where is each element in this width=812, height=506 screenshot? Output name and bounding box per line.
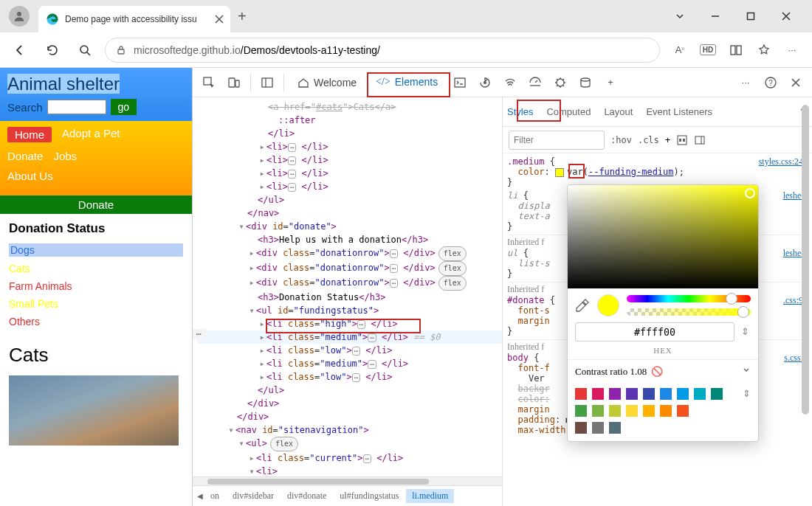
network-icon[interactable]	[498, 71, 522, 94]
dom-horizontal-scrollbar[interactable]	[193, 476, 502, 485]
styles-tab-events[interactable]: Event Listeners	[646, 106, 712, 117]
palette-swatch[interactable]	[575, 405, 587, 417]
browser-tab[interactable]: Demo page with accessibility issu	[38, 6, 230, 32]
palette-swatch[interactable]	[660, 388, 672, 400]
search-input[interactable]	[47, 100, 106, 114]
svg-point-18	[581, 78, 590, 81]
more-tabs-icon[interactable]: +	[599, 71, 622, 94]
palette-swatch[interactable]	[643, 388, 655, 400]
contrast-chevron-icon[interactable]	[742, 366, 751, 378]
hex-input[interactable]	[575, 322, 734, 342]
palette-swatch[interactable]	[643, 405, 655, 417]
palette-swatch[interactable]	[575, 388, 587, 400]
performance-icon[interactable]	[523, 71, 547, 94]
styles-tab-computed[interactable]: Computed	[546, 106, 591, 117]
alpha-slider[interactable]	[627, 308, 751, 316]
refresh-button[interactable]	[40, 38, 65, 63]
hue-knob[interactable]	[726, 293, 737, 305]
ds-cats[interactable]: Cats	[9, 263, 183, 274]
ds-farm[interactable]: Farm Animals	[9, 280, 183, 292]
cats-heading: Cats	[0, 335, 192, 375]
flex-overlay-icon[interactable]	[676, 134, 688, 146]
window-minimize-icon[interactable]	[703, 5, 728, 27]
palette-swatch[interactable]	[626, 388, 638, 400]
dock-icon[interactable]	[255, 71, 279, 94]
search-go-button[interactable]: go	[111, 99, 137, 115]
menu-icon[interactable]: ···	[780, 38, 805, 63]
nav-jobs[interactable]: Jobs	[53, 150, 77, 162]
palette-swatch[interactable]	[694, 388, 706, 400]
back-button[interactable]	[7, 38, 32, 63]
application-icon[interactable]	[574, 71, 597, 94]
saturation-value-area[interactable]	[568, 185, 758, 288]
styles-tab-layout[interactable]: Layout	[604, 106, 633, 117]
dom-tree[interactable]: <a href="#cats">Cats</a> ::after </li> ▸…	[193, 97, 503, 506]
computed-toggle-icon[interactable]	[694, 134, 706, 146]
sv-handle[interactable]	[745, 188, 755, 198]
read-aloud-icon[interactable]: A⁾⁾	[667, 38, 692, 63]
color-swatch[interactable]	[555, 168, 564, 177]
new-tab-button[interactable]: +	[238, 8, 247, 25]
page-viewport: Animal shelter Search go Home Adopt a Pe…	[0, 68, 192, 506]
styles-vertical-scrollbar[interactable]	[800, 102, 811, 471]
devtools-menu-icon[interactable]: ···	[734, 71, 757, 94]
dom-breadcrumb[interactable]: ◀ on div#sidebar div#donate ul#fundingst…	[193, 485, 502, 506]
palette-swatch[interactable]	[660, 405, 672, 417]
donate-button[interactable]: Donate	[0, 195, 192, 214]
devtools-toolbar: Welcome </> Elements + ··· ?	[193, 68, 812, 97]
cls-toggle[interactable]: .cls	[638, 135, 659, 145]
nav-donate[interactable]: Donate	[7, 150, 43, 162]
palette-stepper[interactable]: ⇕	[743, 388, 751, 400]
eyedropper-icon[interactable]	[575, 298, 590, 313]
tab-welcome[interactable]: Welcome	[289, 68, 365, 97]
palette-swatch[interactable]	[609, 422, 621, 434]
styles-filter-input[interactable]	[509, 131, 605, 150]
close-tab-icon[interactable]	[214, 14, 224, 24]
palette-swatch[interactable]	[592, 388, 604, 400]
palette-swatch[interactable]	[677, 405, 689, 417]
palette-swatch[interactable]	[711, 388, 723, 400]
address-bar[interactable]: microsoftedge.github.io/Demos/devtools-a…	[105, 38, 660, 63]
format-stepper[interactable]: ⇕	[739, 326, 751, 338]
tab-title: Demo page with accessibility issu	[65, 14, 208, 24]
palette-swatch[interactable]	[609, 388, 621, 400]
ds-small[interactable]: Small Pets	[9, 298, 183, 310]
help-icon[interactable]: ?	[759, 71, 782, 94]
nav-about[interactable]: About Us	[7, 170, 53, 182]
memory-icon[interactable]	[548, 71, 572, 94]
sources-icon[interactable]	[473, 71, 497, 94]
tab-actions-chevron-icon[interactable]	[667, 5, 692, 27]
profile-avatar[interactable]	[9, 6, 30, 27]
gutter-actions-icon[interactable]: ⋯	[193, 329, 206, 339]
palette-swatch[interactable]	[592, 405, 604, 417]
device-icon[interactable]	[222, 71, 246, 94]
search-button[interactable]	[72, 38, 97, 63]
inspect-icon[interactable]	[197, 71, 221, 94]
window-maximize-icon[interactable]	[738, 5, 763, 27]
palette-swatch[interactable]	[592, 422, 604, 434]
reader-icon[interactable]	[723, 38, 749, 63]
hd-badge-icon[interactable]: HD	[695, 38, 720, 63]
palette-swatch[interactable]	[575, 422, 587, 434]
svg-rect-24	[695, 136, 704, 144]
devtools-close-icon[interactable]	[784, 71, 808, 94]
svg-rect-3	[748, 13, 754, 20]
window-close-icon[interactable]	[774, 5, 799, 27]
styles-tab-styles[interactable]: Styles	[507, 106, 533, 117]
favorite-icon[interactable]	[751, 38, 777, 63]
nav-home[interactable]: Home	[7, 127, 52, 142]
ds-others[interactable]: Others	[9, 316, 183, 327]
selected-dom-node[interactable]: ▸<li class="medium">⋯ </li> == $0	[197, 330, 502, 344]
hue-slider[interactable]	[627, 295, 751, 302]
console-icon[interactable]	[448, 71, 472, 94]
hov-toggle[interactable]: :hov	[610, 135, 632, 145]
url-text: microsoftedge.github.io/Demos/devtools-a…	[134, 44, 380, 56]
palette-swatch[interactable]	[609, 405, 621, 417]
alpha-knob[interactable]	[737, 306, 749, 318]
palette-swatch[interactable]	[626, 405, 638, 417]
palette-swatch[interactable]	[677, 388, 689, 400]
nav-adopt[interactable]: Adopt a Pet	[62, 127, 120, 142]
new-rule-icon[interactable]: +	[665, 134, 671, 145]
tab-elements[interactable]: </> Elements	[367, 68, 447, 97]
ds-dogs[interactable]: Dogs	[9, 243, 183, 257]
